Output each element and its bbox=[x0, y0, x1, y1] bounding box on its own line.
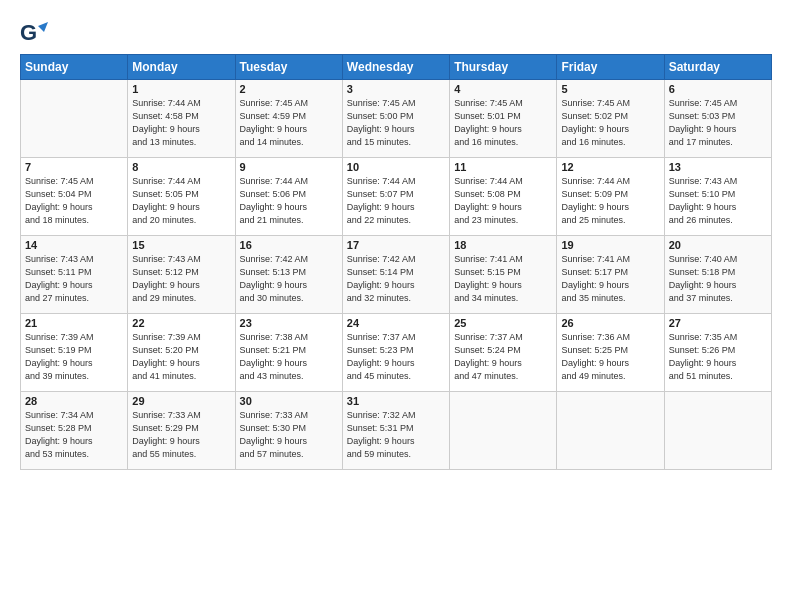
day-info: Sunrise: 7:44 AM Sunset: 4:58 PM Dayligh… bbox=[132, 97, 230, 149]
day-number: 4 bbox=[454, 83, 552, 95]
day-info: Sunrise: 7:43 AM Sunset: 5:11 PM Dayligh… bbox=[25, 253, 123, 305]
calendar-cell: 14Sunrise: 7:43 AM Sunset: 5:11 PM Dayli… bbox=[21, 236, 128, 314]
day-info: Sunrise: 7:32 AM Sunset: 5:31 PM Dayligh… bbox=[347, 409, 445, 461]
calendar-cell: 20Sunrise: 7:40 AM Sunset: 5:18 PM Dayli… bbox=[664, 236, 771, 314]
calendar-cell: 15Sunrise: 7:43 AM Sunset: 5:12 PM Dayli… bbox=[128, 236, 235, 314]
calendar-page: G SundayMondayTuesdayWednesdayThursdayFr… bbox=[0, 0, 792, 480]
day-info: Sunrise: 7:40 AM Sunset: 5:18 PM Dayligh… bbox=[669, 253, 767, 305]
calendar-week-row-5: 28Sunrise: 7:34 AM Sunset: 5:28 PM Dayli… bbox=[21, 392, 772, 470]
day-number: 2 bbox=[240, 83, 338, 95]
day-info: Sunrise: 7:44 AM Sunset: 5:09 PM Dayligh… bbox=[561, 175, 659, 227]
day-number: 8 bbox=[132, 161, 230, 173]
day-number: 14 bbox=[25, 239, 123, 251]
calendar-cell: 30Sunrise: 7:33 AM Sunset: 5:30 PM Dayli… bbox=[235, 392, 342, 470]
calendar-cell: 7Sunrise: 7:45 AM Sunset: 5:04 PM Daylig… bbox=[21, 158, 128, 236]
calendar-cell: 12Sunrise: 7:44 AM Sunset: 5:09 PM Dayli… bbox=[557, 158, 664, 236]
calendar-cell: 31Sunrise: 7:32 AM Sunset: 5:31 PM Dayli… bbox=[342, 392, 449, 470]
calendar-cell bbox=[21, 80, 128, 158]
day-info: Sunrise: 7:42 AM Sunset: 5:14 PM Dayligh… bbox=[347, 253, 445, 305]
calendar-week-row-3: 14Sunrise: 7:43 AM Sunset: 5:11 PM Dayli… bbox=[21, 236, 772, 314]
calendar-cell: 26Sunrise: 7:36 AM Sunset: 5:25 PM Dayli… bbox=[557, 314, 664, 392]
calendar-cell bbox=[664, 392, 771, 470]
day-number: 18 bbox=[454, 239, 552, 251]
calendar-cell: 11Sunrise: 7:44 AM Sunset: 5:08 PM Dayli… bbox=[450, 158, 557, 236]
calendar-week-row-2: 7Sunrise: 7:45 AM Sunset: 5:04 PM Daylig… bbox=[21, 158, 772, 236]
weekday-header-saturday: Saturday bbox=[664, 55, 771, 80]
calendar-cell: 2Sunrise: 7:45 AM Sunset: 4:59 PM Daylig… bbox=[235, 80, 342, 158]
logo-icon: G bbox=[20, 18, 50, 48]
day-number: 7 bbox=[25, 161, 123, 173]
calendar-cell: 23Sunrise: 7:38 AM Sunset: 5:21 PM Dayli… bbox=[235, 314, 342, 392]
day-info: Sunrise: 7:39 AM Sunset: 5:20 PM Dayligh… bbox=[132, 331, 230, 383]
day-number: 6 bbox=[669, 83, 767, 95]
calendar-cell bbox=[557, 392, 664, 470]
day-info: Sunrise: 7:42 AM Sunset: 5:13 PM Dayligh… bbox=[240, 253, 338, 305]
day-number: 16 bbox=[240, 239, 338, 251]
day-info: Sunrise: 7:44 AM Sunset: 5:06 PM Dayligh… bbox=[240, 175, 338, 227]
day-number: 17 bbox=[347, 239, 445, 251]
calendar-table: SundayMondayTuesdayWednesdayThursdayFrid… bbox=[20, 54, 772, 470]
day-info: Sunrise: 7:45 AM Sunset: 4:59 PM Dayligh… bbox=[240, 97, 338, 149]
weekday-header-tuesday: Tuesday bbox=[235, 55, 342, 80]
day-number: 9 bbox=[240, 161, 338, 173]
day-info: Sunrise: 7:45 AM Sunset: 5:00 PM Dayligh… bbox=[347, 97, 445, 149]
calendar-cell: 21Sunrise: 7:39 AM Sunset: 5:19 PM Dayli… bbox=[21, 314, 128, 392]
calendar-cell: 25Sunrise: 7:37 AM Sunset: 5:24 PM Dayli… bbox=[450, 314, 557, 392]
svg-marker-1 bbox=[38, 22, 48, 32]
day-number: 29 bbox=[132, 395, 230, 407]
svg-text:G: G bbox=[20, 20, 37, 45]
day-info: Sunrise: 7:35 AM Sunset: 5:26 PM Dayligh… bbox=[669, 331, 767, 383]
calendar-cell: 8Sunrise: 7:44 AM Sunset: 5:05 PM Daylig… bbox=[128, 158, 235, 236]
weekday-header-friday: Friday bbox=[557, 55, 664, 80]
day-info: Sunrise: 7:45 AM Sunset: 5:01 PM Dayligh… bbox=[454, 97, 552, 149]
day-number: 10 bbox=[347, 161, 445, 173]
day-number: 11 bbox=[454, 161, 552, 173]
day-number: 15 bbox=[132, 239, 230, 251]
day-info: Sunrise: 7:39 AM Sunset: 5:19 PM Dayligh… bbox=[25, 331, 123, 383]
day-number: 5 bbox=[561, 83, 659, 95]
calendar-cell: 9Sunrise: 7:44 AM Sunset: 5:06 PM Daylig… bbox=[235, 158, 342, 236]
calendar-cell: 4Sunrise: 7:45 AM Sunset: 5:01 PM Daylig… bbox=[450, 80, 557, 158]
day-number: 23 bbox=[240, 317, 338, 329]
calendar-cell: 6Sunrise: 7:45 AM Sunset: 5:03 PM Daylig… bbox=[664, 80, 771, 158]
day-info: Sunrise: 7:45 AM Sunset: 5:02 PM Dayligh… bbox=[561, 97, 659, 149]
day-info: Sunrise: 7:44 AM Sunset: 5:08 PM Dayligh… bbox=[454, 175, 552, 227]
day-number: 28 bbox=[25, 395, 123, 407]
day-number: 12 bbox=[561, 161, 659, 173]
header: G bbox=[20, 18, 772, 48]
calendar-cell: 1Sunrise: 7:44 AM Sunset: 4:58 PM Daylig… bbox=[128, 80, 235, 158]
calendar-cell: 5Sunrise: 7:45 AM Sunset: 5:02 PM Daylig… bbox=[557, 80, 664, 158]
calendar-cell: 13Sunrise: 7:43 AM Sunset: 5:10 PM Dayli… bbox=[664, 158, 771, 236]
day-number: 25 bbox=[454, 317, 552, 329]
day-number: 26 bbox=[561, 317, 659, 329]
day-info: Sunrise: 7:45 AM Sunset: 5:03 PM Dayligh… bbox=[669, 97, 767, 149]
day-info: Sunrise: 7:43 AM Sunset: 5:12 PM Dayligh… bbox=[132, 253, 230, 305]
calendar-cell: 27Sunrise: 7:35 AM Sunset: 5:26 PM Dayli… bbox=[664, 314, 771, 392]
day-number: 21 bbox=[25, 317, 123, 329]
weekday-header-thursday: Thursday bbox=[450, 55, 557, 80]
weekday-header-sunday: Sunday bbox=[21, 55, 128, 80]
day-number: 24 bbox=[347, 317, 445, 329]
day-info: Sunrise: 7:34 AM Sunset: 5:28 PM Dayligh… bbox=[25, 409, 123, 461]
day-info: Sunrise: 7:41 AM Sunset: 5:17 PM Dayligh… bbox=[561, 253, 659, 305]
calendar-cell: 29Sunrise: 7:33 AM Sunset: 5:29 PM Dayli… bbox=[128, 392, 235, 470]
day-number: 3 bbox=[347, 83, 445, 95]
day-number: 1 bbox=[132, 83, 230, 95]
calendar-cell: 10Sunrise: 7:44 AM Sunset: 5:07 PM Dayli… bbox=[342, 158, 449, 236]
day-info: Sunrise: 7:33 AM Sunset: 5:30 PM Dayligh… bbox=[240, 409, 338, 461]
day-info: Sunrise: 7:33 AM Sunset: 5:29 PM Dayligh… bbox=[132, 409, 230, 461]
day-number: 22 bbox=[132, 317, 230, 329]
calendar-cell: 3Sunrise: 7:45 AM Sunset: 5:00 PM Daylig… bbox=[342, 80, 449, 158]
calendar-cell: 17Sunrise: 7:42 AM Sunset: 5:14 PM Dayli… bbox=[342, 236, 449, 314]
day-number: 13 bbox=[669, 161, 767, 173]
logo: G bbox=[20, 18, 52, 48]
calendar-cell: 16Sunrise: 7:42 AM Sunset: 5:13 PM Dayli… bbox=[235, 236, 342, 314]
calendar-cell: 18Sunrise: 7:41 AM Sunset: 5:15 PM Dayli… bbox=[450, 236, 557, 314]
weekday-header-monday: Monday bbox=[128, 55, 235, 80]
calendar-cell: 24Sunrise: 7:37 AM Sunset: 5:23 PM Dayli… bbox=[342, 314, 449, 392]
day-info: Sunrise: 7:37 AM Sunset: 5:23 PM Dayligh… bbox=[347, 331, 445, 383]
calendar-cell bbox=[450, 392, 557, 470]
day-info: Sunrise: 7:45 AM Sunset: 5:04 PM Dayligh… bbox=[25, 175, 123, 227]
day-info: Sunrise: 7:43 AM Sunset: 5:10 PM Dayligh… bbox=[669, 175, 767, 227]
day-number: 20 bbox=[669, 239, 767, 251]
